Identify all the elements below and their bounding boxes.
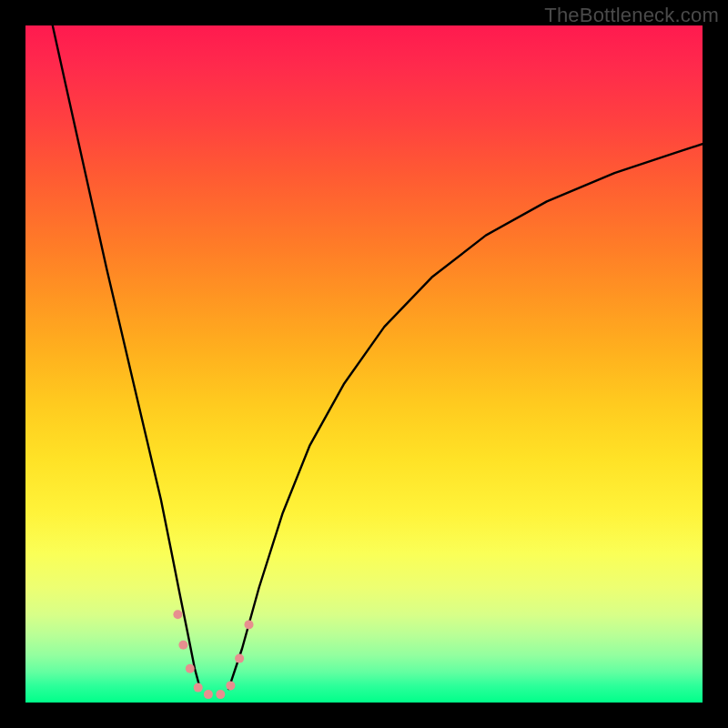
curve-right-branch <box>228 144 703 689</box>
watermark-text: TheBottleneck.com <box>544 4 719 27</box>
marker-point <box>226 681 235 690</box>
plot-area <box>25 25 703 703</box>
marker-point <box>216 690 225 699</box>
curves-svg <box>25 25 703 703</box>
marker-point <box>186 664 195 673</box>
chart-frame: TheBottleneck.com <box>0 0 728 728</box>
curve-left-branch <box>53 25 200 689</box>
marker-point <box>204 690 213 699</box>
marker-point <box>178 641 187 650</box>
marker-point <box>245 620 254 629</box>
marker-point <box>235 654 244 663</box>
marker-point <box>173 610 182 619</box>
marker-point <box>194 683 203 693</box>
